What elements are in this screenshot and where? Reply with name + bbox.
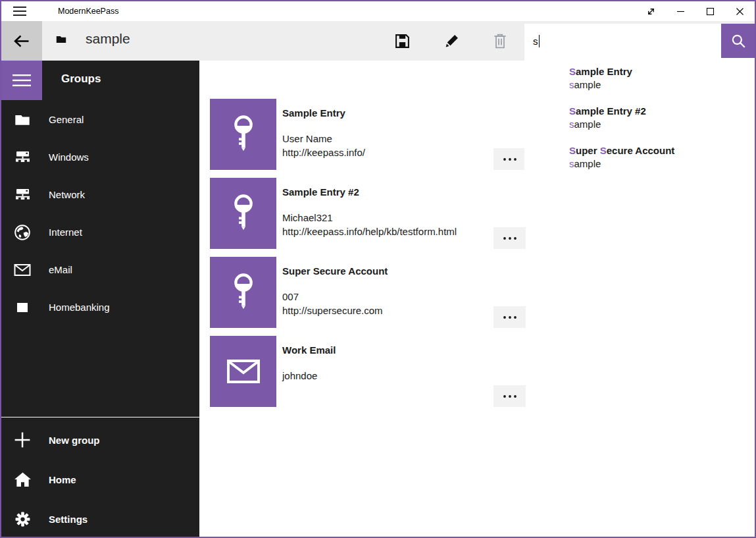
- sidebar-item-email[interactable]: eMail: [1, 251, 199, 288]
- search-button[interactable]: [721, 24, 755, 58]
- search-suggestions-dropdown: Sample Entry sample Sample Entry #2 samp…: [524, 58, 755, 211]
- entry-username: Michael321: [282, 211, 457, 225]
- new-group-button[interactable]: New group: [1, 420, 199, 460]
- trash-icon: [493, 33, 507, 49]
- entry-tile: [210, 257, 276, 328]
- save-icon: [395, 34, 410, 49]
- entry-row-sample-entry-2[interactable]: Sample Entry #2 Michael321 http://keepas…: [210, 178, 527, 249]
- entry-text: Super Secure Account 007 http://supersec…: [282, 265, 388, 317]
- entry-text: Work Email johndoe: [282, 344, 336, 383]
- entry-title: Super Secure Account: [282, 265, 388, 277]
- group-list: General Windows Network Internet: [1, 101, 199, 326]
- globe-icon: [13, 224, 32, 241]
- more-options-button[interactable]: [493, 306, 526, 328]
- entry-row-work-email[interactable]: Work Email johndoe: [210, 336, 527, 407]
- entry-url: http://keepass.info/help/kb/testform.htm…: [282, 225, 457, 238]
- entry-row-sample-entry[interactable]: Sample Entry User Name http://keepass.in…: [210, 99, 527, 170]
- text-cursor: [539, 35, 540, 47]
- more-options-button[interactable]: [493, 385, 526, 407]
- entry-text: Sample Entry #2 Michael321 http://keepas…: [282, 186, 457, 238]
- key-icon: [228, 193, 259, 234]
- network-computer-icon: [13, 188, 32, 202]
- sidebar-item-internet[interactable]: Internet: [1, 213, 199, 251]
- titlebar: ModernKeePass: [1, 1, 755, 21]
- database-title: sample: [86, 31, 130, 47]
- entry-url: http://supersecure.com: [282, 304, 388, 317]
- search-result-sample-entry[interactable]: Sample Entry sample: [569, 65, 632, 92]
- app-window: ModernKeePass sample: [0, 0, 756, 538]
- more-options-button[interactable]: [493, 227, 526, 249]
- entry-text: Sample Entry User Name http://keepass.in…: [282, 107, 365, 159]
- search-input[interactable]: s: [524, 24, 721, 58]
- folder-icon: [56, 35, 66, 43]
- entry-title: Sample Entry #2: [282, 186, 457, 198]
- square-icon: [13, 303, 32, 312]
- key-icon: [228, 114, 259, 155]
- titlebar-hamburger-icon[interactable]: [7, 1, 33, 21]
- edit-button[interactable]: [436, 25, 467, 57]
- maximize-button[interactable]: [695, 1, 725, 21]
- search-result-sample-entry-2[interactable]: Sample Entry #2 sample: [569, 105, 646, 131]
- entry-title: Sample Entry: [282, 107, 365, 119]
- sidebar-item-windows[interactable]: Windows: [1, 138, 199, 176]
- gear-icon: [13, 511, 32, 527]
- entry-tile: [210, 99, 276, 170]
- envelope-icon: [13, 263, 32, 277]
- entry-row-super-secure-account[interactable]: Super Secure Account 007 http://supersec…: [210, 257, 527, 328]
- entry-username: 007: [282, 290, 388, 304]
- network-computer-icon: [13, 151, 32, 164]
- delete-button[interactable]: [484, 25, 516, 57]
- fullscreen-button[interactable]: [636, 1, 666, 21]
- sidebar-item-general[interactable]: General: [1, 101, 199, 138]
- envelope-icon: [226, 358, 261, 385]
- sidebar-hamburger-button[interactable]: [1, 61, 42, 100]
- sidebar-actions: New group Home Settings: [1, 420, 199, 538]
- entry-title: Work Email: [282, 344, 336, 356]
- settings-button[interactable]: Settings: [1, 499, 199, 538]
- home-icon: [13, 471, 32, 488]
- close-button[interactable]: [725, 1, 755, 21]
- entry-username: johndoe: [282, 369, 336, 383]
- entry-url: http://keepass.info/: [282, 146, 365, 159]
- entry-tile: [210, 336, 276, 407]
- window-controls: [636, 1, 755, 21]
- sidebar-item-homebanking[interactable]: Homebanking: [1, 288, 199, 326]
- back-button[interactable]: [1, 21, 42, 61]
- edit-pencil-icon: [444, 34, 459, 49]
- key-icon: [228, 272, 259, 313]
- plus-icon: [13, 431, 32, 448]
- search-icon: [730, 33, 746, 49]
- home-button[interactable]: Home: [1, 460, 199, 499]
- app-title: ModernKeePass: [58, 7, 118, 16]
- groups-header: Groups: [61, 72, 101, 86]
- search-query-text: s: [533, 36, 538, 47]
- entry-tile: [210, 178, 276, 249]
- sidebar: Groups General Windows Network: [1, 61, 199, 537]
- sidebar-item-network[interactable]: Network: [1, 176, 199, 213]
- folder-icon: [13, 113, 32, 126]
- minimize-button[interactable]: [666, 1, 695, 21]
- search-result-super-secure-account[interactable]: Super Secure Account sample: [569, 144, 674, 171]
- toolbar: sample s: [1, 21, 755, 61]
- more-options-button[interactable]: [493, 148, 526, 170]
- back-icon: [13, 34, 30, 48]
- save-button[interactable]: [386, 25, 418, 57]
- entry-username: User Name: [282, 132, 365, 146]
- sidebar-divider: [1, 417, 199, 417]
